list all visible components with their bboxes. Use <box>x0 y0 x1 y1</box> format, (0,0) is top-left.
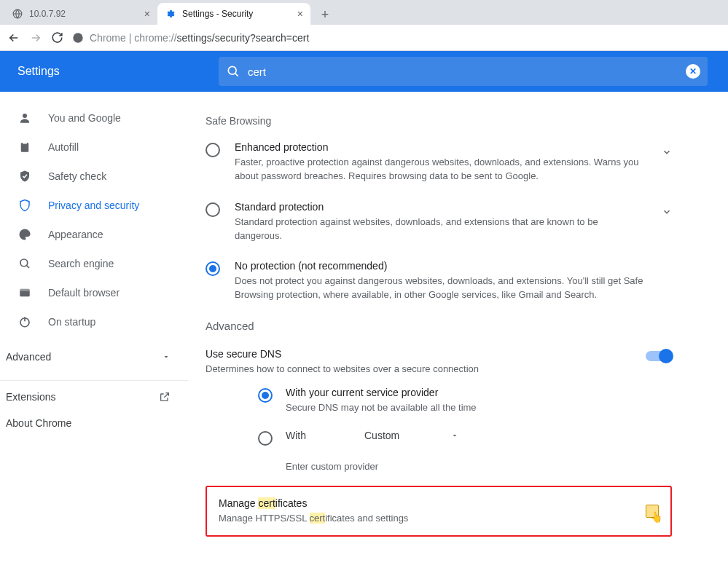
person-icon <box>17 111 32 125</box>
radio-button[interactable] <box>258 388 273 403</box>
svg-point-2 <box>73 33 82 42</box>
browser-tabstrip: 10.0.7.92 × Settings - Security × + <box>0 0 728 25</box>
search-value: cert <box>248 66 686 78</box>
sidebar-item-search-engine[interactable]: Search engine <box>0 249 188 278</box>
option-desc: Standard protection against websites, do… <box>235 216 647 243</box>
sidebar-item-privacy-security[interactable]: Privacy and security <box>0 191 188 220</box>
svg-rect-9 <box>20 289 30 291</box>
settings-app: Settings cert ✕ You and Google Autofill … <box>0 51 728 584</box>
option-title: No protection (not recommended) <box>235 260 672 272</box>
svg-rect-6 <box>23 142 27 144</box>
svg-rect-5 <box>21 143 29 152</box>
settings-title: Settings <box>0 65 219 78</box>
sidebar-item-label: Privacy and security <box>48 200 139 211</box>
radio-button[interactable] <box>206 143 220 157</box>
shield-icon <box>17 199 32 212</box>
forward-button[interactable] <box>29 31 42 44</box>
option-desc: Faster, proactive protection against dan… <box>235 156 647 184</box>
globe-icon <box>12 8 23 20</box>
sidebar-item-label: Search engine <box>48 258 114 269</box>
settings-search[interactable]: cert ✕ <box>219 57 708 86</box>
sidebar-item-autofill[interactable]: Autofill <box>0 133 188 162</box>
browser-tab[interactable]: 10.0.7.92 × <box>4 3 157 25</box>
sidebar-item-default-browser[interactable]: Default browser <box>0 278 188 307</box>
new-tab-button[interactable]: + <box>315 4 335 25</box>
chevron-down-icon <box>450 431 459 440</box>
settings-sidebar: You and Google Autofill Safety check Pri… <box>0 92 188 584</box>
sidebar-about-link[interactable]: About Chrome <box>0 410 188 436</box>
browser-tab[interactable]: Settings - Security × <box>157 3 310 25</box>
shield-check-icon <box>17 170 32 183</box>
svg-point-7 <box>20 259 28 267</box>
open-external-icon <box>159 391 171 403</box>
safe-browsing-option-standard[interactable]: Standard protection Standard protection … <box>206 201 672 243</box>
sidebar-item-on-startup[interactable]: On startup <box>0 307 188 336</box>
sidebar-extensions-link[interactable]: Extensions <box>0 384 188 410</box>
safe-browsing-option-enhanced[interactable]: Enhanced protection Faster, proactive pr… <box>206 141 672 184</box>
tab-title: Settings - Security <box>182 9 291 19</box>
dns-custom-select[interactable]: Custom <box>364 430 459 441</box>
close-icon[interactable]: × <box>144 8 150 20</box>
secure-dns-row: Use secure DNS Determines how to connect… <box>206 348 672 376</box>
cursor-icon: 👆 <box>650 511 662 523</box>
tab-title: 10.0.7.92 <box>29 9 138 19</box>
clipboard-icon <box>17 141 32 154</box>
dns-enter-custom: Enter custom provider <box>258 460 672 474</box>
advanced-heading: Advanced <box>206 320 672 332</box>
clear-search-button[interactable]: ✕ <box>686 64 700 79</box>
sidebar-item-label: Appearance <box>48 229 103 240</box>
dns-option-custom[interactable]: With Custom <box>258 430 672 446</box>
safe-browsing-option-none[interactable]: No protection (not recommended) Does not… <box>206 260 672 302</box>
manage-certificates-row[interactable]: Manage certificates Manage HTTPS/SSL cer… <box>206 486 672 537</box>
settings-content: Safe Browsing Enhanced protection Faster… <box>188 92 728 584</box>
manage-certificates-title: Manage certificates <box>219 497 408 509</box>
browser-icon <box>17 286 32 299</box>
radio-button[interactable] <box>206 261 220 276</box>
svg-point-3 <box>228 66 236 74</box>
address-bar[interactable]: Chrome | chrome://settings/security?sear… <box>72 32 721 44</box>
sidebar-item-label: Autofill <box>48 141 79 153</box>
browser-toolbar: Chrome | chrome://settings/security?sear… <box>0 25 728 51</box>
search-icon <box>226 64 240 79</box>
gear-icon <box>165 8 176 20</box>
back-button[interactable] <box>7 31 20 44</box>
secure-dns-title: Use secure DNS <box>206 348 479 360</box>
radio-button[interactable] <box>206 202 220 217</box>
option-title: Enhanced protection <box>235 141 647 153</box>
secure-dns-toggle[interactable] <box>646 351 672 361</box>
sidebar-item-label: Default browser <box>48 287 120 299</box>
reload-button[interactable] <box>51 31 63 44</box>
secure-dns-desc: Determines how to connect to websites ov… <box>206 363 479 376</box>
settings-header: Settings cert ✕ <box>0 51 728 92</box>
radio-button[interactable] <box>258 431 273 446</box>
power-icon <box>17 315 32 328</box>
palette-icon <box>17 228 32 241</box>
option-title: Standard protection <box>235 201 647 213</box>
chrome-icon <box>72 32 84 44</box>
manage-certificates-desc: Manage HTTPS/SSL certificates and settin… <box>219 512 408 526</box>
chevron-down-icon <box>162 352 171 361</box>
safe-browsing-heading: Safe Browsing <box>206 115 672 127</box>
option-desc: Does not protect you against dangerous w… <box>235 275 672 302</box>
sidebar-item-label: Safety check <box>48 170 106 182</box>
sidebar-item-you-and-google[interactable]: You and Google <box>0 103 188 133</box>
svg-point-4 <box>23 114 27 118</box>
divider <box>0 380 188 381</box>
search-icon <box>17 257 32 270</box>
close-icon[interactable]: × <box>297 8 303 20</box>
sidebar-item-safety-check[interactable]: Safety check <box>0 162 188 191</box>
dns-option-current-provider[interactable]: With your current service provider Secur… <box>258 387 672 415</box>
chevron-down-icon[interactable] <box>662 201 672 217</box>
chevron-down-icon[interactable] <box>662 141 672 157</box>
sidebar-item-label: On startup <box>48 316 95 328</box>
open-external-icon[interactable]: 👆 <box>646 505 659 518</box>
sidebar-advanced-toggle[interactable]: Advanced <box>0 336 188 377</box>
sidebar-item-label: You and Google <box>48 112 121 124</box>
sidebar-item-appearance[interactable]: Appearance <box>0 220 188 249</box>
